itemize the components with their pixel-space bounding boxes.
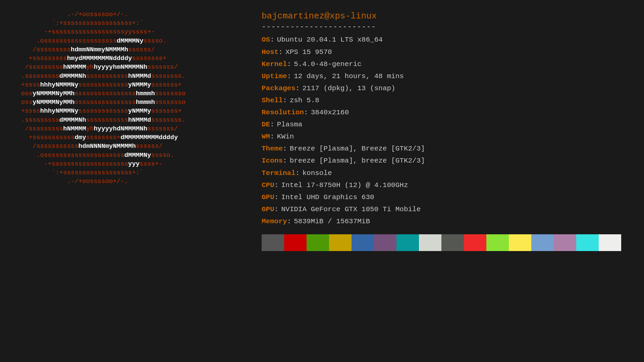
- info-value: 2117 (dpkg), 13 (snap): [302, 82, 395, 95]
- color-swatch: [262, 234, 284, 251]
- info-key: GPU: [262, 203, 274, 216]
- ascii-line: `:+ssssssssssssssssss+:`: [13, 19, 144, 27]
- info-key: Theme: [262, 143, 283, 155]
- info-value: Breeze [Plasma], Breeze [GTK2/3]: [290, 143, 425, 155]
- ascii-line: `:+ssssssssssssssssss+:`: [13, 169, 144, 176]
- info-value: zsh 5.8: [290, 95, 319, 107]
- color-swatches: [262, 234, 631, 251]
- info-colon: :: [287, 70, 291, 82]
- color-swatch: [441, 234, 464, 251]
- color-swatch: [284, 234, 307, 251]
- color-swatch: [509, 234, 531, 251]
- info-key: Resolution: [262, 107, 304, 119]
- color-swatch: [576, 234, 599, 251]
- separator-line: ------------------------: [262, 23, 631, 31]
- info-value: KWin: [277, 131, 294, 143]
- ascii-line: .sssssssssdMMMMNhssssssssssshNMMMdssssss…: [13, 116, 185, 124]
- ascii-line: .-/+oossssoo+/-.: [13, 178, 128, 185]
- info-key: Terminal: [262, 167, 296, 179]
- info-key: Shell: [262, 95, 283, 107]
- info-value: Plasma: [277, 119, 303, 131]
- color-swatch: [486, 234, 509, 251]
- ascii-line: /ssssssssshdmmNNmmyNMMMMhssssss/: [13, 46, 155, 53]
- info-colon: :: [283, 155, 287, 167]
- color-swatch: [464, 234, 486, 251]
- info-colon: :: [296, 167, 300, 179]
- info-row: Kernel: 5.4.0-48-generic: [262, 58, 631, 70]
- info-value: 3840x2160: [311, 107, 349, 119]
- ascii-line: -+ssssssssssssssssssssyyyssss+-: [13, 160, 163, 168]
- color-swatch: [396, 234, 419, 251]
- info-value: breeze [Plasma], breeze [GTK2/3]: [290, 155, 425, 167]
- info-key: GPU: [262, 191, 274, 203]
- info-value: Ubuntu 20.04.1 LTS x86_64: [277, 34, 383, 46]
- info-colon: :: [278, 46, 283, 58]
- info-value: XPS 15 9570: [285, 46, 332, 58]
- info-row: GPU: NVIDIA GeForce GTX 1050 Ti Mobile: [262, 203, 631, 216]
- info-colon: :: [283, 143, 287, 155]
- info-value: konsole: [302, 167, 332, 179]
- info-table: OS: Ubuntu 20.04.1 LTS x86_64 Host: XPS …: [262, 34, 631, 228]
- info-row: Memory: 5839MiB / 15637MiB: [262, 216, 631, 228]
- info-colon: :: [274, 179, 279, 191]
- info-row: Terminal: konsole: [262, 167, 631, 179]
- info-colon: :: [287, 216, 291, 228]
- info-colon: :: [270, 34, 274, 46]
- ascii-line: +sssssssssssdmyssssssss+dMMMMMMMMMddddy: [13, 134, 178, 141]
- info-colon: :: [274, 203, 279, 216]
- info-row: WM: KWin: [262, 131, 631, 143]
- user-host-title: bajcmartinez@xps-linux: [262, 10, 631, 22]
- color-swatch: [374, 234, 396, 251]
- ascii-line: -+sssssssssssssssssssyyssss+-: [13, 28, 155, 36]
- info-key: Icons: [262, 155, 283, 167]
- ascii-line: .-/+oossssoo+/-.: [13, 11, 128, 18]
- username: bajcmartinez: [262, 11, 324, 21]
- ascii-line: ossyNMMMMNyMMhsssssssssssssssshmmmhsssss…: [13, 99, 185, 106]
- info-row: Shell: zsh 5.8: [262, 95, 631, 107]
- info-colon: :: [287, 58, 291, 70]
- info-row: DE: Plasma: [262, 119, 631, 131]
- info-colon: :: [270, 119, 274, 131]
- ascii-line: .sssssssssdMMMMNhssssssssssshNMMMdssssss…: [13, 72, 185, 80]
- ascii-line: +sssshhhyNMMMNysssssssssssssyNMMMyssssss…: [13, 81, 182, 88]
- info-key: Memory: [262, 216, 287, 228]
- info-value: 12 days, 21 hours, 48 mins: [294, 70, 404, 82]
- info-value: NVIDIA GeForce GTX 1050 Ti Mobile: [281, 203, 421, 216]
- color-swatch: [307, 234, 329, 251]
- info-key: OS: [262, 34, 270, 46]
- info-colon: :: [270, 131, 274, 143]
- info-key: Host: [262, 46, 278, 58]
- info-key: DE: [262, 119, 270, 131]
- main-container: .-/+oossssoo+/-. `:+ssssssssssssssssss+:…: [13, 7, 631, 251]
- ascii-line: /ssssssssssshdmNNNNmyNMMMMhssssss/: [13, 142, 163, 150]
- info-row: Packages: 2117 (dpkg), 13 (snap): [262, 82, 631, 95]
- ascii-line: /ssssssssshNMMMMyhhyyyyhmNMMMMNhsssssss/: [13, 63, 178, 71]
- info-colon: :: [283, 95, 287, 107]
- info-colon: :: [296, 82, 300, 95]
- info-row: Uptime: 12 days, 21 hours, 48 mins: [262, 70, 631, 82]
- info-key: CPU: [262, 179, 274, 191]
- info-row: GPU: Intel UHD Graphics 630: [262, 191, 631, 203]
- ascii-line: +sssshhhyNMMMNysssssssssssssyNMMMyssssss…: [13, 107, 182, 115]
- info-value: Intel i7-8750H (12) @ 4.100GHz: [281, 179, 408, 191]
- info-value: 5.4.0-48-generic: [294, 58, 362, 70]
- info-key: Uptime: [262, 70, 287, 82]
- ascii-line: .osssssssssssssssssssssdMMMMNysssso.: [13, 152, 174, 159]
- info-row: Theme: Breeze [Plasma], Breeze [GTK2/3]: [262, 143, 631, 155]
- ascii-art: .-/+oossssoo+/-. `:+ssssssssssssssssss+:…: [13, 10, 241, 251]
- info-row: OS: Ubuntu 20.04.1 LTS x86_64: [262, 34, 631, 46]
- at-hostname: @xps-linux: [324, 11, 377, 21]
- info-colon: :: [304, 107, 308, 119]
- info-key: WM: [262, 131, 270, 143]
- info-row: Resolution: 3840x2160: [262, 107, 631, 119]
- color-swatch: [531, 234, 554, 251]
- color-swatch: [554, 234, 576, 251]
- info-colon: :: [274, 191, 279, 203]
- color-swatch: [419, 234, 441, 251]
- ascii-line: +ssssssssshmydMMMMMMMNddddyssssssss+: [13, 55, 166, 62]
- info-key: Kernel: [262, 58, 287, 70]
- ascii-line: .osssssssssssssssssssdMMMMNysssso.: [13, 37, 166, 45]
- info-value: Intel UHD Graphics 630: [281, 191, 374, 203]
- system-info: bajcmartinez@xps-linux -----------------…: [262, 10, 631, 251]
- info-key: Packages: [262, 82, 296, 95]
